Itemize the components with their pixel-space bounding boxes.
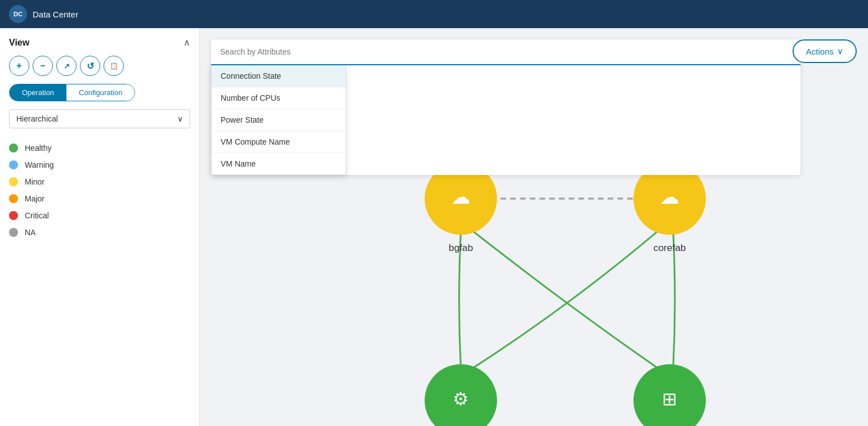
bgfab-cloud-icon: ☁ — [451, 186, 471, 208]
zoom-in-button[interactable]: + — [9, 56, 29, 76]
node1-k8s-icon: ⚙ — [453, 389, 469, 409]
sidebar: View ∧ + − ↗ ↺ 📋 Operation Configuration… — [0, 28, 200, 426]
legend-label-na: NA — [25, 228, 35, 237]
legend-dot-warning — [9, 160, 18, 169]
content-area: Connection StateNumber of CPUsPower Stat… — [200, 28, 868, 426]
search-dropdown-item-vm-compute-name[interactable]: VM Compute Name — [212, 131, 346, 153]
legend-label-minor: Minor — [25, 177, 44, 186]
legend-dot-minor — [9, 177, 18, 186]
app-title: Data Center — [33, 10, 78, 19]
legend-item-warning: Warning — [9, 156, 190, 173]
search-dropdown-item-connection-state[interactable]: Connection State — [212, 65, 346, 87]
legend-dot-healthy — [9, 144, 18, 153]
search-area: Connection StateNumber of CPUsPower Stat… — [211, 39, 800, 175]
view-mode-toggle: Operation Configuration — [9, 84, 135, 101]
toolbar-buttons: + − ↗ ↺ 📋 — [9, 56, 190, 76]
search-dropdown-item-power-state[interactable]: Power State — [212, 109, 346, 131]
legend-label-critical: Critical — [25, 211, 49, 220]
layout-dropdown[interactable]: Hierarchical ∨ — [9, 109, 190, 128]
operation-toggle-btn[interactable]: Operation — [10, 84, 66, 101]
legend-section: Healthy Warning Minor Major Critical NA — [9, 140, 190, 241]
top-bar: DC Data Center — [0, 0, 868, 28]
sidebar-collapse-icon[interactable]: ∧ — [184, 37, 190, 48]
configuration-toggle-btn[interactable]: Configuration — [66, 84, 135, 101]
actions-button[interactable]: Actions ∨ — [793, 39, 857, 63]
legend-item-minor: Minor — [9, 173, 190, 190]
refresh-button[interactable]: ↺ — [80, 56, 100, 76]
legend-label-major: Major — [25, 194, 44, 203]
legend-item-na: NA — [9, 224, 190, 241]
legend-dot-na — [9, 228, 18, 237]
corefab-cloud-icon: ☁ — [660, 186, 679, 208]
search-dropdown-item-vm-name[interactable]: VM Name — [212, 153, 346, 174]
legend-item-healthy: Healthy — [9, 140, 190, 156]
search-input-wrapper: Connection StateNumber of CPUsPower Stat… — [211, 39, 800, 175]
zoom-out-button[interactable]: − — [33, 56, 53, 76]
node2-switch-icon: ⊞ — [662, 389, 677, 409]
legend-dot-major — [9, 194, 18, 203]
search-dropdown-item-num-cpus[interactable]: Number of CPUs — [212, 87, 346, 109]
sidebar-header: View ∧ — [9, 37, 190, 48]
actions-label: Actions — [806, 47, 834, 56]
legend-dot-critical — [9, 211, 18, 220]
dc-logo: DC — [9, 5, 27, 23]
bgfab-label: bgfab — [449, 242, 473, 253]
actions-chevron-icon: ∨ — [837, 46, 843, 56]
link-bgfab-node2 — [471, 230, 659, 369]
legend-label-healthy: Healthy — [25, 144, 51, 153]
save-button[interactable]: 📋 — [104, 56, 124, 76]
sidebar-title: View — [9, 38, 29, 48]
layout-dropdown-value: Hierarchical — [16, 114, 58, 123]
search-dropdown: Connection StateNumber of CPUsPower Stat… — [211, 65, 346, 175]
legend-label-warning: Warning — [25, 160, 54, 169]
legend-item-critical: Critical — [9, 207, 190, 224]
expand-button[interactable]: ↗ — [56, 56, 77, 76]
chevron-down-icon: ∨ — [177, 114, 183, 123]
search-input[interactable] — [211, 39, 800, 65]
legend-item-major: Major — [9, 190, 190, 207]
corefab-label: corefab — [654, 242, 686, 253]
